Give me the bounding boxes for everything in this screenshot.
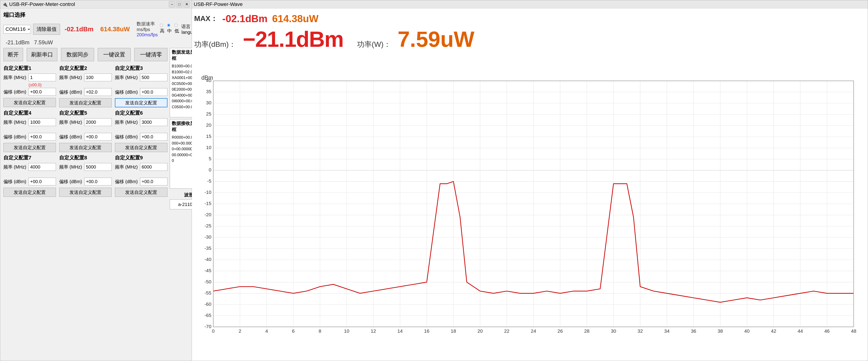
control-title: USB-RF-Power-Meter-control bbox=[9, 1, 75, 7]
svg-text:-10: -10 bbox=[205, 190, 211, 195]
config-7-title: 自定义配置7 bbox=[3, 154, 56, 161]
config-6-offset-input[interactable] bbox=[140, 133, 167, 141]
wave-max-label: MAX： bbox=[194, 14, 218, 24]
config-9-freq-row: 频率 (MHz) bbox=[115, 163, 167, 171]
svg-text:25: 25 bbox=[206, 111, 211, 117]
config-8-title: 自定义配置8 bbox=[59, 154, 112, 161]
refresh-button[interactable]: 刷新串口 bbox=[27, 48, 57, 61]
svg-text:-65: -65 bbox=[205, 313, 211, 318]
config-1-send-button[interactable]: 发送自定义配置 bbox=[3, 98, 56, 107]
wave-power-w-label: 功率(W)： bbox=[357, 39, 391, 50]
speed-high[interactable]: 高 bbox=[160, 23, 164, 34]
port-label: 端口选择 bbox=[3, 11, 25, 19]
svg-text:0: 0 bbox=[212, 328, 215, 334]
config-2-offset-input[interactable] bbox=[84, 88, 112, 96]
config-5-offset-input[interactable] bbox=[84, 133, 112, 141]
config-5-title: 自定义配置5 bbox=[59, 109, 112, 117]
speed-value: 200ms/fps bbox=[136, 32, 158, 37]
svg-text:-50: -50 bbox=[205, 279, 211, 284]
sync-button[interactable]: 数据同步 bbox=[61, 48, 94, 61]
svg-text:10: 10 bbox=[344, 328, 349, 334]
config-7-freq-input[interactable] bbox=[29, 163, 56, 171]
wave-power-dbm-label: 功率(dBm)： bbox=[194, 39, 236, 50]
config-7-offset-label: 偏移 (dBm) bbox=[3, 178, 29, 185]
config-grid-4-6: 自定义配置4 频率 (MHz) 偏移 (dBm) 发送自定义配置 bbox=[3, 109, 167, 152]
config-7-freq-row: 频率 (MHz) bbox=[3, 163, 56, 171]
svg-text:14: 14 bbox=[398, 328, 403, 334]
config-8-freq-row: 频率 (MHz) bbox=[59, 163, 112, 171]
control-titlebar: 🔌 USB-RF-Power-Meter-control – □ ✕ bbox=[0, 0, 192, 8]
config-8-freq-input[interactable] bbox=[84, 163, 112, 171]
config-9-offset-input[interactable] bbox=[140, 178, 167, 186]
config-5-freq-input[interactable] bbox=[84, 118, 112, 126]
main-layout: 断开 刷新串口 数据同步 一键设置 一键清零 自定义配置1 频率 (MHz) bbox=[3, 48, 188, 209]
config-2-send-button[interactable]: 发送自定义配置 bbox=[59, 98, 112, 107]
clear-max-button[interactable]: 清除最值 bbox=[33, 24, 60, 35]
config-2-freq-label: 频率 (MHz) bbox=[59, 74, 84, 80]
config-box-8: 自定义配置8 频率 (MHz) 偏移 (dBm) 发送自定义配置 bbox=[59, 154, 112, 197]
config-box-2: 自定义配置2 频率 (MHz) 偏移 (dBm) 发送自定义配置 bbox=[59, 65, 112, 107]
readings-row: -21.1dBm 7.59uW bbox=[3, 39, 188, 46]
current-w: 7.59uW bbox=[34, 39, 53, 46]
config-8-send-button[interactable]: 发送自定义配置 bbox=[59, 188, 112, 197]
minimize-button[interactable]: – bbox=[169, 1, 175, 7]
config-8-offset-input[interactable] bbox=[84, 178, 112, 186]
config-grid-1-3: 自定义配置1 频率 (MHz) (±00.0) 偏移 (dBm) 发送自定义配置 bbox=[3, 65, 167, 107]
left-configs: 断开 刷新串口 数据同步 一键设置 一键清零 自定义配置1 频率 (MHz) bbox=[3, 48, 167, 209]
config-9-freq-input[interactable] bbox=[140, 163, 167, 171]
config-7-offset-input[interactable] bbox=[29, 178, 56, 186]
wave-power-dbm-value: −21.1dBm bbox=[243, 27, 343, 52]
config-4-send-button[interactable]: 发送自定义配置 bbox=[3, 143, 56, 152]
config-7-freq-label: 频率 (MHz) bbox=[3, 164, 29, 170]
svg-text:-55: -55 bbox=[205, 290, 211, 295]
config-1-freq-input[interactable] bbox=[29, 73, 56, 81]
disconnect-button[interactable]: 断开 bbox=[3, 48, 23, 61]
config-9-send-button[interactable]: 发送自定义配置 bbox=[115, 188, 167, 197]
config-8-offset-row: 偏移 (dBm) bbox=[59, 178, 112, 186]
svg-text:-30: -30 bbox=[205, 234, 211, 239]
svg-text:48: 48 bbox=[851, 328, 856, 334]
one-key-set-button[interactable]: 一键设置 bbox=[98, 48, 131, 61]
one-key-clear-button[interactable]: 一键清零 bbox=[134, 48, 167, 61]
config-5-send-button[interactable]: 发送自定义配置 bbox=[59, 143, 112, 152]
svg-text:6: 6 bbox=[292, 328, 294, 334]
svg-text:12: 12 bbox=[371, 328, 376, 334]
speed-label: 数据速率ms/fps bbox=[136, 21, 158, 32]
config-7-send-button[interactable]: 发送自定义配置 bbox=[3, 188, 56, 197]
svg-text:-5: -5 bbox=[207, 178, 212, 184]
svg-text:-15: -15 bbox=[205, 201, 211, 206]
config-2-freq-input[interactable] bbox=[84, 73, 112, 81]
config-2-offset-row: 偏移 (dBm) bbox=[59, 88, 112, 96]
wave-titlebar: USB-RF-Power-Wave bbox=[192, 0, 868, 8]
config-3-offset-input[interactable] bbox=[140, 88, 167, 96]
current-dbm: -21.1dBm bbox=[6, 39, 29, 46]
config-3-offset-label: 偏移 (dBm) bbox=[115, 89, 140, 95]
config-3-freq-input[interactable] bbox=[140, 73, 167, 81]
wave-body: MAX： -02.1dBm 614.38uW 功率(dBm)： −21.1dBm… bbox=[192, 8, 868, 361]
svg-text:-40: -40 bbox=[205, 257, 211, 262]
speed-low[interactable]: 低 bbox=[175, 23, 179, 34]
wave-max-w: 614.38uW bbox=[272, 13, 318, 25]
svg-text:5: 5 bbox=[209, 156, 212, 161]
config-4-offset-input[interactable] bbox=[29, 133, 56, 141]
config-4-freq-input[interactable] bbox=[29, 118, 56, 126]
close-button[interactable]: ✕ bbox=[183, 1, 190, 7]
svg-text:16: 16 bbox=[424, 328, 429, 334]
config-box-7: 自定义配置7 频率 (MHz) 偏移 (dBm) 发送自定义配置 bbox=[3, 154, 56, 197]
config-2-freq-row: 频率 (MHz) bbox=[59, 73, 112, 81]
svg-text:-25: -25 bbox=[205, 223, 211, 228]
config-6-send-button[interactable]: 发送自定义配置 bbox=[115, 143, 167, 152]
config-3-send-button[interactable]: 发送自定义配置 bbox=[115, 98, 167, 107]
maximize-button[interactable]: □ bbox=[176, 1, 183, 7]
config-1-freq-label: 频率 (MHz) bbox=[3, 74, 29, 80]
config-1-offset-input[interactable] bbox=[29, 88, 56, 96]
port-select[interactable]: COM116 bbox=[3, 25, 31, 34]
config-box-6: 自定义配置6 频率 (MHz) 偏移 (dBm) 发送自定义配置 bbox=[115, 109, 167, 152]
config-1-title: 自定义配置1 bbox=[3, 65, 56, 72]
config-5-freq-row: 频率 (MHz) bbox=[59, 118, 112, 126]
config-3-freq-label: 频率 (MHz) bbox=[115, 74, 140, 80]
control-body: 端口选择 COM116 清除最值 -02.1dBm 614.38uW 数据速率m… bbox=[0, 8, 192, 361]
config-6-freq-input[interactable] bbox=[140, 118, 167, 126]
speed-mid[interactable]: 中 bbox=[167, 23, 172, 34]
config-8-freq-label: 频率 (MHz) bbox=[59, 164, 84, 170]
